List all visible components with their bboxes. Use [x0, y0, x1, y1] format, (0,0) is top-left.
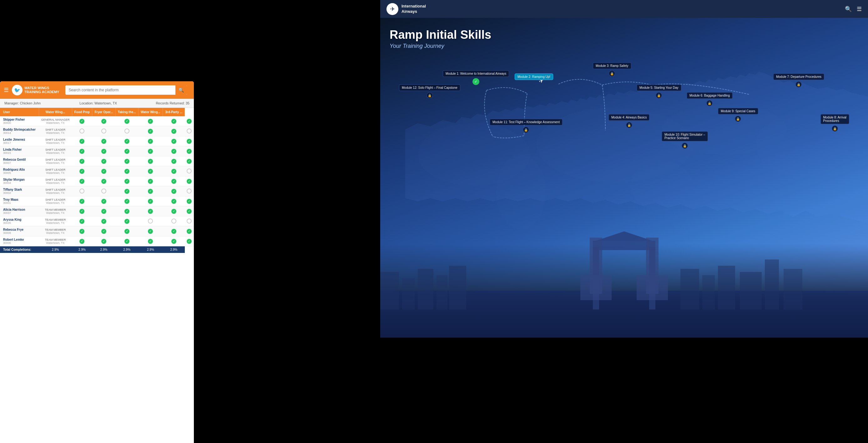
- completion-cell: ✓: [72, 236, 92, 246]
- completion-cell: [72, 126, 92, 136]
- search-button[interactable]: 🔍: [176, 85, 187, 95]
- table-row: Skylar Morgan30004SHIFT LEADERWatertown,…: [0, 176, 194, 186]
- module-node-2[interactable]: Module 2: Ramping Up!: [515, 73, 553, 80]
- module-6-box[interactable]: Module 6: Baggage Handling: [687, 92, 733, 99]
- module-9-lock: 🔒: [735, 116, 741, 122]
- svg-rect-24: [765, 259, 779, 310]
- completion-cell: [115, 126, 138, 136]
- footer-col-2: 2.9%: [72, 246, 92, 253]
- completion-cell: ✓: [163, 156, 185, 166]
- menu-icon[interactable]: ☰: [857, 6, 862, 12]
- completion-cell: ✓: [115, 116, 138, 126]
- module-node-11[interactable]: Module 11: Test Flight – Knowledge Asses…: [490, 119, 562, 133]
- module-node-5[interactable]: Module 5: Starting Your Day 🔒: [637, 85, 681, 98]
- ia-header: ✈ International Airways 🔍 ☰: [380, 0, 868, 18]
- module-node-4[interactable]: Module 4: Airways Basics 🔒: [609, 114, 649, 128]
- module-2-box[interactable]: Module 2: Ramping Up!: [515, 73, 553, 80]
- completion-cell: ✓: [138, 176, 163, 186]
- svg-marker-10: [596, 231, 652, 241]
- ia-logo-icon: ✈: [386, 3, 398, 15]
- search-icon[interactable]: 🔍: [845, 6, 852, 12]
- module-11-lock: 🔒: [523, 127, 529, 133]
- col-2: Food Prep: [72, 108, 92, 116]
- completion-cell: ✓: [163, 146, 185, 156]
- ia-panel: ✈ International Airways 🔍 ☰ Ramp Initial…: [380, 0, 868, 338]
- completion-cell: ✓: [115, 196, 138, 206]
- completion-cell: ✓: [115, 186, 138, 196]
- col-4: Taking the...: [115, 108, 138, 116]
- svg-rect-19: [449, 266, 466, 310]
- col-3: Fryer Oper...: [92, 108, 115, 116]
- module-3-lock: 🔒: [609, 70, 615, 76]
- completion-cell: ✓: [185, 196, 194, 206]
- completion-cell: ✓: [92, 226, 115, 236]
- module-node-12[interactable]: Module 12: Solo Flight – Final Capstone …: [399, 85, 460, 98]
- completion-cell: ✓: [72, 116, 92, 126]
- completion-cell: ✓: [72, 136, 92, 146]
- completion-cell: ✓: [138, 126, 163, 136]
- table-row: Rebecca Frye30008TEAM MEMBERWatertown, T…: [0, 226, 194, 236]
- table-row: Troy Maas30001SHIFT LEADERWatertown, TX✓…: [0, 196, 194, 206]
- completion-cell: [163, 216, 185, 226]
- module-9-box[interactable]: Module 9: Special Cases: [718, 108, 758, 115]
- module-node-6[interactable]: Module 6: Baggage Handling 🔒: [687, 92, 733, 106]
- completion-cell: [92, 126, 115, 136]
- module-10-box[interactable]: Module 10: Flight Simulator –Practice Sc…: [662, 131, 708, 141]
- module-node-9[interactable]: Module 9: Special Cases 🔒: [718, 108, 758, 122]
- module-12-box[interactable]: Module 12: Solo Flight – Final Capstone: [399, 85, 460, 91]
- title-section: Ramp Initial Skills Your Training Journe…: [390, 28, 491, 50]
- footer-col-5: 2.9%: [138, 246, 163, 253]
- completion-cell: ✓: [138, 206, 163, 216]
- module-7-box[interactable]: Module 7: Departure Procedures: [773, 73, 824, 80]
- svg-rect-18: [436, 275, 447, 310]
- module-8-box[interactable]: Module 8: ArrivalProcedures: [820, 114, 849, 124]
- completion-cell: ✓: [115, 236, 138, 246]
- module-node-3[interactable]: Module 3: Ramp Safety 🔒: [593, 63, 631, 76]
- lms-logo: 🐦 WATER WINGS TRAINING ACADEMY: [12, 85, 59, 95]
- completion-cell: ✓: [163, 226, 185, 236]
- svg-rect-14: [637, 275, 668, 300]
- completion-cell: ✓: [92, 166, 115, 176]
- module-node-7[interactable]: Module 7: Departure Procedures 🔒: [773, 73, 824, 88]
- completion-cell: ✓: [138, 136, 163, 146]
- module-7-lock: 🔒: [796, 81, 802, 88]
- table-row: Rodriguez Alix30005SHIFT LEADERWatertown…: [0, 166, 194, 176]
- svg-rect-22: [718, 266, 735, 310]
- module-11-box[interactable]: Module 11: Test Flight – Knowledge Asses…: [490, 119, 562, 125]
- module-10-lock: 🔒: [682, 143, 688, 149]
- module-4-box[interactable]: Module 4: Airways Basics: [609, 114, 649, 121]
- completion-cell: ✓: [72, 216, 92, 226]
- completion-cell: ✓: [92, 206, 115, 216]
- menu-icon[interactable]: ☰: [4, 87, 9, 93]
- completion-cell: ✓: [72, 206, 92, 216]
- completion-cell: ✓: [115, 156, 138, 166]
- module-6-lock: 🔒: [706, 100, 713, 106]
- completion-cell: ✓: [185, 236, 194, 246]
- table-row: Leslie Jimenez30017SHIFT LEADERWatertown…: [0, 136, 194, 146]
- completion-cell: ✓: [163, 196, 185, 206]
- completion-cell: ✓: [138, 226, 163, 236]
- completion-cell: ✓: [163, 126, 185, 136]
- table-row: Skipper Fisher30000GENERAL MANAGERWatert…: [0, 116, 194, 126]
- completion-cell: ✓: [92, 156, 115, 166]
- footer-col-6: 2.9%: [163, 246, 185, 253]
- module-node-1[interactable]: Module 1: Welcome to International Airwa…: [443, 70, 509, 85]
- completion-cell: ✓: [138, 116, 163, 126]
- completion-cell: ✓: [115, 166, 138, 176]
- completion-cell: ✓: [92, 136, 115, 146]
- table-row: Linda Fisher30015SHIFT LEADERWatertown, …: [0, 146, 194, 156]
- module-5-box[interactable]: Module 5: Starting Your Day: [637, 85, 681, 91]
- module-node-8[interactable]: Module 8: ArrivalProcedures 🔒: [820, 114, 849, 132]
- completion-cell: ✓: [92, 196, 115, 206]
- manager-label: Manager: Chicken John: [4, 101, 41, 105]
- module-node-10[interactable]: Module 10: Flight Simulator –Practice Sc…: [662, 131, 708, 149]
- completion-cell: ✓: [138, 156, 163, 166]
- module-1-box[interactable]: Module 1: Welcome to International Airwa…: [443, 70, 509, 77]
- module-3-box[interactable]: Module 3: Ramp Safety: [593, 63, 631, 69]
- svg-rect-16: [402, 278, 414, 310]
- completion-cell: ✓: [115, 146, 138, 156]
- module-8-lock: 🔒: [832, 125, 838, 132]
- svg-rect-17: [418, 269, 433, 310]
- table-row: Rebecca Gentil30007SHIFT LEADERWatertown…: [0, 156, 194, 166]
- search-input[interactable]: [65, 86, 176, 94]
